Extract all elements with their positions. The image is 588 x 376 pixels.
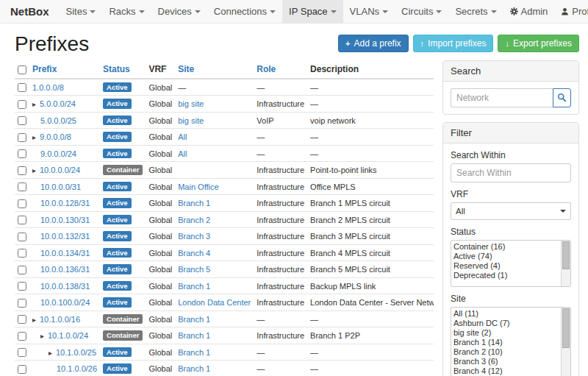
site-link[interactable]: Branch 3	[178, 232, 210, 241]
site-label: Site	[451, 294, 571, 304]
prefix-link[interactable]: 5.0.0.0/24	[40, 99, 76, 108]
nav-item-circuits[interactable]: Circuits	[395, 0, 448, 23]
row-checkbox[interactable]	[18, 149, 26, 158]
nav-item-sites[interactable]: Sites	[60, 0, 103, 23]
nav-item-ip-space[interactable]: IP Space	[282, 0, 343, 23]
listbox-option[interactable]: Container (16)	[451, 242, 570, 252]
site-cell: Branch 1	[175, 277, 254, 294]
row-checkbox[interactable]	[18, 249, 26, 258]
nav-item-profile[interactable]: Profile	[554, 0, 588, 23]
nav-item-devices[interactable]: Devices	[151, 0, 207, 23]
site-listbox-scrollbar[interactable]	[561, 308, 570, 376]
listbox-option[interactable]: big site (2)	[451, 328, 570, 338]
listbox-option[interactable]: Branch 2 (10)	[451, 347, 570, 357]
expand-arrow-icon[interactable]: ▸	[32, 133, 40, 141]
listbox-option[interactable]: Branch 1 (14)	[451, 338, 570, 347]
scrollbar-thumb[interactable]	[562, 241, 570, 269]
site-link[interactable]: big site	[178, 116, 204, 125]
row-checkbox[interactable]	[18, 216, 26, 224]
nav-item-secrets[interactable]: Secrets	[448, 0, 503, 23]
navbar-brand[interactable]: NetBox	[0, 0, 60, 23]
site-listbox[interactable]: All (11)Ashburn DC (7)big site (2)Branch…	[451, 307, 571, 376]
prefix-link[interactable]: 10.0.0.128/31	[40, 199, 90, 207]
column-header-role[interactable]: Role	[254, 60, 307, 79]
search-button[interactable]	[553, 88, 571, 107]
prefix-link[interactable]: 10.0.0.138/31	[40, 282, 90, 291]
row-checkbox[interactable]	[18, 299, 26, 308]
site-link[interactable]: Branch 2	[178, 216, 210, 224]
listbox-option[interactable]: Branch 3 (6)	[451, 357, 570, 366]
site-link[interactable]: big site	[178, 99, 204, 108]
column-header-status[interactable]: Status	[100, 60, 146, 79]
row-checkbox[interactable]	[18, 83, 26, 92]
row-checkbox[interactable]	[18, 348, 26, 357]
listbox-option[interactable]: Active (74)	[451, 252, 570, 261]
site-link[interactable]: London Data Center	[178, 298, 251, 307]
expand-arrow-icon[interactable]: ▸	[49, 349, 56, 357]
listbox-option[interactable]: Reserved (4)	[451, 261, 570, 271]
search-input[interactable]	[451, 88, 553, 107]
scrollbar-thumb[interactable]	[562, 308, 570, 348]
site-link[interactable]: Branch 1	[178, 331, 210, 340]
prefix-link[interactable]: 10.1.0.0/26	[57, 364, 97, 373]
status-listbox[interactable]: Container (16)Active (74)Reserved (4)Dep…	[451, 240, 571, 287]
site-link[interactable]: Branch 1	[178, 348, 210, 357]
nav-item-vlans[interactable]: VLANs	[343, 0, 395, 23]
site-link[interactable]: Branch 4	[178, 249, 210, 258]
column-header-site[interactable]: Site	[175, 60, 254, 79]
prefix-link[interactable]: 10.1.0.0/25	[56, 348, 96, 357]
row-checkbox[interactable]	[18, 133, 26, 142]
row-checkbox[interactable]	[18, 199, 26, 208]
prefix-link[interactable]: 10.1.0.0/16	[40, 315, 80, 324]
prefix-link[interactable]: 10.0.100.0/24	[40, 298, 90, 307]
prefix-link[interactable]: 9.0.0.0/8	[40, 132, 71, 141]
site-link[interactable]: Branch 1	[178, 364, 210, 373]
listbox-option[interactable]: Branch 4 (12)	[451, 366, 570, 376]
site-link[interactable]: Main Office	[178, 182, 218, 191]
row-checkbox[interactable]	[18, 282, 26, 291]
row-checkbox[interactable]	[18, 116, 26, 125]
row-checkbox[interactable]	[18, 332, 26, 341]
site-link[interactable]: Branch 1	[178, 315, 210, 324]
search-within-input[interactable]	[451, 163, 571, 182]
row-checkbox[interactable]	[18, 233, 26, 241]
status-listbox-scrollbar[interactable]	[561, 241, 570, 286]
prefix-link[interactable]: 9.0.0.0/24	[40, 149, 76, 158]
prefix-link[interactable]: 10.0.0.130/31	[40, 216, 90, 224]
nav-item-connections[interactable]: Connections	[207, 0, 282, 23]
nav-item-admin[interactable]: Admin	[503, 0, 555, 23]
nav-item-racks[interactable]: Racks	[102, 0, 151, 23]
site-link[interactable]: Branch 5	[178, 265, 210, 274]
prefix-link[interactable]: 10.0.0.0/24	[40, 166, 80, 174]
listbox-option[interactable]: Ashburn DC (7)	[451, 319, 570, 328]
prefix-link[interactable]: 5.0.0.0/25	[40, 116, 76, 125]
prefix-link[interactable]: 10.0.0.136/31	[40, 265, 90, 274]
row-checkbox[interactable]	[18, 166, 26, 175]
listbox-option[interactable]: All (11)	[451, 309, 570, 319]
listbox-option[interactable]: Deprecated (1)	[451, 271, 570, 280]
row-checkbox[interactable]	[18, 365, 26, 374]
site-link[interactable]: Branch 1	[178, 199, 210, 207]
prefix-link[interactable]: 10.0.0.132/31	[40, 232, 90, 241]
select-all-checkbox[interactable]	[18, 65, 26, 74]
expand-arrow-icon[interactable]: ▸	[32, 100, 40, 108]
column-header-prefix[interactable]: Prefix	[29, 60, 100, 79]
row-checkbox[interactable]	[18, 100, 26, 109]
prefix-link[interactable]: 10.0.0.134/31	[40, 249, 90, 258]
site-link[interactable]: Branch 1	[178, 282, 210, 291]
prefix-link[interactable]: 1.0.0.0/8	[32, 83, 64, 92]
site-link[interactable]: All	[178, 132, 187, 141]
site-link[interactable]: All	[178, 149, 187, 158]
export-prefixes-button[interactable]: ↓ Export prefixes	[498, 35, 579, 52]
add-prefix-button[interactable]: + Add a prefix	[338, 35, 408, 52]
expand-arrow-icon[interactable]: ▸	[32, 316, 40, 324]
row-checkbox[interactable]	[18, 266, 26, 274]
row-checkbox[interactable]	[18, 315, 26, 324]
expand-arrow-icon[interactable]: ▸	[40, 332, 48, 340]
expand-arrow-icon[interactable]: ▸	[32, 166, 40, 174]
import-prefixes-button[interactable]: ↑ Import prefixes	[413, 35, 494, 52]
vrf-select[interactable]: All	[451, 202, 571, 220]
row-checkbox[interactable]	[18, 182, 26, 191]
prefix-link[interactable]: 10.1.0.0/24	[48, 331, 88, 340]
prefix-link[interactable]: 10.0.0.0/31	[40, 182, 81, 191]
